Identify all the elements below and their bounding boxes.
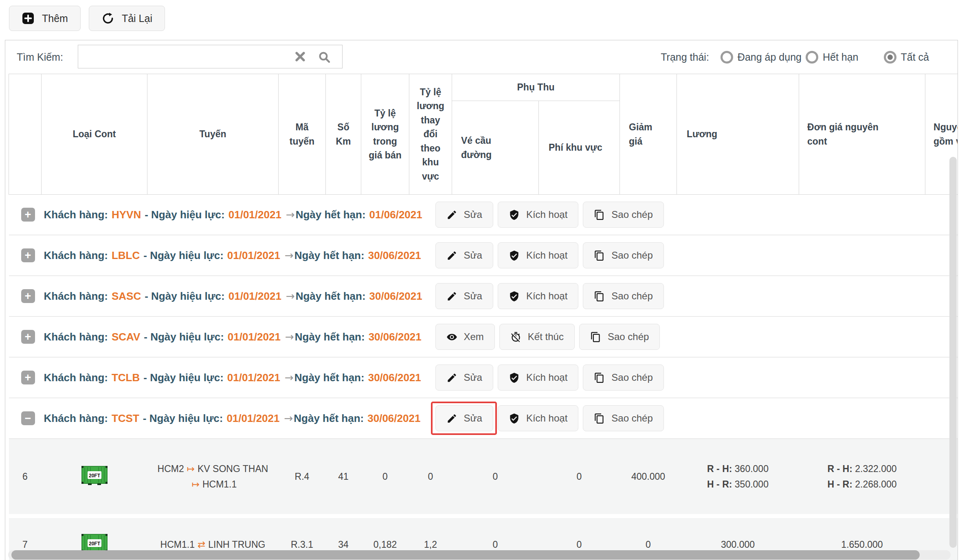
- expand-toggle-icon[interactable]: +: [21, 248, 35, 262]
- horizontal-scrollbar-thumb[interactable]: [11, 550, 920, 560]
- end-button[interactable]: Kết thúc: [499, 324, 575, 350]
- expiry-date: 30/06/2021: [367, 412, 420, 424]
- pencil-icon: [446, 209, 457, 220]
- salary-ratio-cell: 0: [361, 439, 409, 516]
- reload-button-label: Tải Lại: [122, 13, 152, 24]
- copy-icon: [594, 291, 605, 302]
- route-code-cell: R.4: [279, 439, 326, 516]
- copy-button[interactable]: Sao chép: [583, 365, 663, 391]
- pencil-icon: [446, 250, 457, 261]
- reload-button[interactable]: Tải Lại: [89, 6, 165, 31]
- group-actions: Sửa Kích hoạt: [435, 405, 664, 431]
- expiry-date: 30/06/2021: [368, 249, 421, 261]
- collapse-toggle-icon[interactable]: −: [21, 411, 35, 425]
- customer-group-row: + Khách hàng:HYVN- Ngày hiệu lực:01/01/2…: [9, 195, 958, 235]
- clear-search-icon[interactable]: [294, 51, 306, 64]
- shield-check-icon: [509, 372, 520, 383]
- copy-icon: [594, 250, 605, 261]
- pencil-icon: [446, 291, 457, 302]
- row-number: 6: [9, 439, 42, 516]
- copy-icon: [590, 332, 601, 343]
- mapsto-arrow-glyph: ↦: [184, 463, 198, 474]
- toolbar: Thêm Tải Lại: [9, 6, 165, 31]
- customer-code: SCAV: [112, 331, 140, 343]
- expand-toggle-icon[interactable]: +: [21, 330, 35, 344]
- edit-button[interactable]: Sửa: [435, 283, 493, 309]
- customer-code: LBLC: [112, 249, 140, 261]
- route-cell: HCM2↦KV SONG THAN ↦HCM1.1: [147, 439, 279, 516]
- customer-group-row: + Khách hàng:SCAV- Ngày hiệu lực:01/01/2…: [9, 316, 958, 357]
- edit-button[interactable]: Sửa: [435, 242, 493, 268]
- add-button-label: Thêm: [42, 13, 68, 24]
- activate-button[interactable]: Kích hoạt: [498, 405, 578, 431]
- expiry-date: 30/06/2021: [369, 331, 422, 343]
- group-title: Khách hàng:LBLC- Ngày hiệu lực:01/01/202…: [44, 249, 425, 262]
- status-filter-label: Trạng thái:: [661, 51, 709, 63]
- refresh-icon: [101, 12, 114, 25]
- activate-button[interactable]: Kích hoạt: [498, 242, 578, 268]
- customer-code: TCLB: [112, 371, 140, 384]
- right-arrow-glyph: →: [286, 209, 295, 221]
- salary-cell: R - H: 360.000 H - R: 350.000: [677, 439, 799, 516]
- vertical-scrollbar-thumb[interactable]: [949, 157, 957, 548]
- customer-group-row-expanded: − Khách hàng:TCST- Ngày hiệu lực:01/01/2…: [9, 398, 958, 439]
- search-icon[interactable]: [318, 51, 331, 65]
- activate-button[interactable]: Kích hoạt: [498, 202, 578, 228]
- discount-cell: 400.000: [620, 439, 677, 516]
- customer-code: SASC: [112, 290, 141, 302]
- effective-date: 01/01/2021: [228, 209, 281, 221]
- effective-date: 01/01/2021: [228, 290, 281, 302]
- radio-tat-ca[interactable]: [884, 51, 896, 64]
- plus-square-icon: [22, 12, 35, 25]
- copy-icon: [594, 209, 605, 220]
- right-arrow-glyph: →: [285, 331, 294, 343]
- activate-button[interactable]: Kích hoạt: [498, 283, 578, 309]
- area-fee-cell: 0: [539, 439, 620, 516]
- status-filter: Trạng thái: Đang áp dụng Hết hạn Tất cả: [661, 40, 929, 74]
- radio-het-han[interactable]: [806, 51, 818, 64]
- group-title: Khách hàng:HYVN- Ngày hiệu lực:01/01/202…: [44, 209, 426, 221]
- group-title: Khách hàng:SCAV- Ngày hiệu lực:01/01/202…: [44, 331, 425, 343]
- expand-toggle-icon[interactable]: +: [21, 208, 35, 222]
- activate-button[interactable]: Kích hoạt: [498, 365, 578, 391]
- two-way-arrow-glyph: ⇄: [195, 539, 208, 550]
- column-header-unit-price: Đơn giá nguyên cont: [799, 74, 925, 195]
- effective-date: 01/01/2021: [228, 331, 281, 343]
- timer-off-icon: [510, 332, 521, 343]
- copy-icon: [594, 413, 605, 424]
- group-actions: Sửa Kích hoạt Sao chép: [435, 283, 664, 309]
- copy-button[interactable]: Sao chép: [583, 405, 663, 431]
- view-button[interactable]: Xem: [435, 324, 495, 350]
- edit-button[interactable]: Sửa: [435, 405, 493, 431]
- km-cell: 41: [326, 439, 361, 516]
- effective-date: 01/01/2021: [227, 371, 280, 384]
- group-actions: Sửa Kích hoạt Sao chép: [435, 242, 664, 268]
- edit-button[interactable]: Sửa: [435, 202, 493, 228]
- svg-text:20FT: 20FT: [88, 541, 100, 547]
- search-box: [78, 45, 343, 68]
- radio-dang-ap-dung[interactable]: [721, 51, 733, 64]
- copy-button[interactable]: Sao chép: [583, 283, 663, 309]
- expand-toggle-icon[interactable]: +: [21, 289, 35, 303]
- pricing-management-screen: Thêm Tải Lại Tìm Kiếm: Trạng thá: [0, 0, 960, 560]
- edit-button[interactable]: Sửa: [435, 365, 493, 391]
- unit-price-cell: R - H: 2.322.000 H - R: 2.268.000: [799, 439, 925, 516]
- copy-button[interactable]: Sao chép: [583, 202, 663, 228]
- shield-check-icon: [509, 291, 520, 302]
- column-header-cont-type: Loại Cont: [42, 74, 147, 195]
- column-header-salary-ratio: Tỷ lệ lương trong giá bán: [361, 74, 409, 195]
- group-actions: Sửa Kích hoạt Sao chép: [435, 365, 664, 391]
- column-header-salary-ratio-area: Tỷ lệ lương thay đổi theo khu vực: [409, 74, 452, 195]
- expiry-date: 30/06/2021: [368, 371, 421, 384]
- toll-cell: 0: [452, 439, 539, 516]
- copy-button[interactable]: Sao chép: [579, 324, 660, 350]
- column-header-expander: [9, 74, 42, 195]
- expand-toggle-icon[interactable]: +: [21, 371, 35, 384]
- filter-bar: Tìm Kiếm: Trạng thái: Đang áp dụng: [5, 40, 958, 74]
- copy-button[interactable]: Sao chép: [583, 242, 663, 268]
- right-arrow-glyph: →: [285, 371, 294, 384]
- column-header-toll: Vé cầu đường: [452, 101, 539, 195]
- add-button[interactable]: Thêm: [9, 6, 81, 31]
- customer-group-row: + Khách hàng:LBLC- Ngày hiệu lực:01/01/2…: [9, 235, 958, 276]
- column-header-discount: Giảm giá: [620, 74, 677, 195]
